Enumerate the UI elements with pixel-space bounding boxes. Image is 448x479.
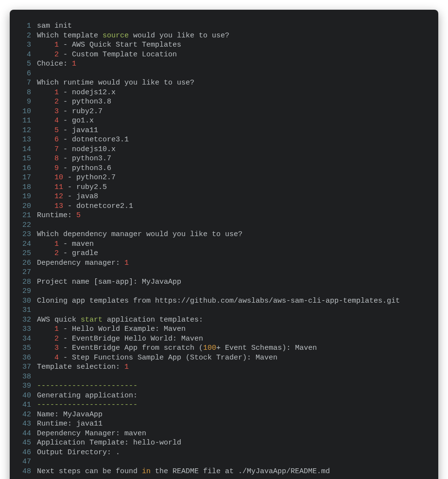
token: - python2.7 xyxy=(63,173,116,182)
terminal-line: 19 12 - java8 xyxy=(14,192,427,202)
line-number: 47 xyxy=(14,457,37,467)
terminal-line: 28Project name [sam-app]: MyJavaApp xyxy=(14,277,427,287)
line-text: 2 - Custom Template Location xyxy=(37,50,427,60)
token xyxy=(37,41,54,49)
terminal-line: 36 4 - Step Functions Sample App (Stock … xyxy=(14,353,427,363)
line-number: 38 xyxy=(14,372,37,382)
token: - ruby2.7 xyxy=(59,107,103,116)
line-number: 32 xyxy=(14,315,37,325)
line-number: 7 xyxy=(14,78,37,88)
token xyxy=(37,88,54,97)
terminal-line: 23Which dependency manager would you lik… xyxy=(14,230,427,240)
token xyxy=(37,354,54,362)
token: - java11 xyxy=(59,126,98,135)
token: 2 xyxy=(54,51,59,59)
token: sam init xyxy=(37,22,72,30)
token xyxy=(37,335,54,343)
token: - java8 xyxy=(63,192,98,201)
terminal-line: 40Generating application: xyxy=(14,391,427,401)
terminal-line: 26Dependency manager: 1 xyxy=(14,258,427,268)
line-text: 2 - EventBridge Hello World: Maven xyxy=(37,334,427,344)
token xyxy=(37,51,54,59)
token: - AWS Quick Start Templates xyxy=(59,41,181,49)
token: 2 xyxy=(54,335,59,343)
terminal-line: 11 4 - go1.x xyxy=(14,116,427,126)
token: Template selection: xyxy=(37,363,124,371)
token: 4 xyxy=(54,354,59,362)
token: 1 xyxy=(54,240,59,248)
token: 1 xyxy=(72,60,76,68)
token: Generating application: xyxy=(37,392,138,400)
line-number: 8 xyxy=(14,88,37,98)
line-number: 6 xyxy=(14,69,37,79)
terminal-line: 31 xyxy=(14,306,427,315)
terminal-line: 30Cloning app templates from https://git… xyxy=(14,296,427,306)
line-number: 27 xyxy=(14,268,37,277)
terminal-line: 38 xyxy=(14,372,427,382)
line-text: 11 - ruby2.5 xyxy=(37,183,427,192)
token: 10 xyxy=(54,173,63,182)
line-number: 17 xyxy=(14,173,37,183)
line-text: Which dependency manager would you like … xyxy=(37,230,427,240)
line-number: 30 xyxy=(14,296,37,306)
line-number: 37 xyxy=(14,362,37,372)
token: - nodejs12.x xyxy=(59,88,116,97)
line-text: 4 - go1.x xyxy=(37,116,427,126)
token: + Event Schemas): Maven xyxy=(216,344,317,352)
terminal-line: 9 2 - python3.8 xyxy=(14,97,427,107)
line-text xyxy=(37,69,427,79)
token: - ruby2.5 xyxy=(63,183,107,191)
token: Which template xyxy=(37,32,103,40)
terminal-line: 7Which runtime would you like to use? xyxy=(14,78,427,88)
token xyxy=(37,344,54,352)
token: 1 xyxy=(54,88,59,97)
token: 6 xyxy=(54,136,59,144)
token: ----------------------- xyxy=(37,382,138,390)
line-number: 42 xyxy=(14,410,37,420)
line-text: Generating application: xyxy=(37,391,427,401)
token: Next steps can be found xyxy=(37,467,142,476)
token: Choice: xyxy=(37,60,72,68)
line-number: 29 xyxy=(14,287,37,296)
token xyxy=(37,240,54,248)
line-text: Template selection: 1 xyxy=(37,362,427,372)
line-text xyxy=(37,306,427,315)
terminal-output: 1sam init2Which template source would yo… xyxy=(10,10,438,479)
line-number: 12 xyxy=(14,126,37,136)
terminal-line: 20 13 - dotnetcore2.1 xyxy=(14,202,427,211)
token: - EventBridge Hello World: Maven xyxy=(59,335,203,343)
line-text: sam init xyxy=(37,21,427,31)
line-text: Runtime: java11 xyxy=(37,419,427,429)
line-text: 1 - Hello World Example: Maven xyxy=(37,325,427,334)
token: Runtime: java11 xyxy=(37,420,103,428)
token: - nodejs10.x xyxy=(59,145,116,154)
line-text xyxy=(37,268,427,277)
terminal-line: 6 xyxy=(14,69,427,79)
line-number: 1 xyxy=(14,21,37,31)
line-text: 5 - java11 xyxy=(37,126,427,136)
terminal-line: 29 xyxy=(14,287,427,296)
terminal-line: 18 11 - ruby2.5 xyxy=(14,183,427,192)
token: - python3.7 xyxy=(59,154,111,163)
line-number: 33 xyxy=(14,325,37,334)
line-number: 31 xyxy=(14,306,37,315)
token: Cloning app templates from https://githu… xyxy=(37,297,400,305)
line-number: 39 xyxy=(14,381,37,391)
token: - Custom Template Location xyxy=(59,51,177,59)
line-number: 4 xyxy=(14,50,37,60)
terminal-line: 16 9 - python3.6 xyxy=(14,164,427,173)
token: - go1.x xyxy=(59,117,94,125)
line-number: 3 xyxy=(14,40,37,50)
token: - Hello World Example: Maven xyxy=(59,325,186,333)
line-number: 5 xyxy=(14,59,37,69)
token: would you like to use? xyxy=(129,32,229,40)
terminal-line: 12 5 - java11 xyxy=(14,126,427,136)
line-text: Next steps can be found in the README fi… xyxy=(37,467,427,477)
token: - Step Functions Sample App (Stock Trade… xyxy=(59,354,277,362)
line-text: Output Directory: . xyxy=(37,448,427,458)
terminal-line: 48Next steps can be found in the README … xyxy=(14,467,427,477)
token: 7 xyxy=(54,145,59,154)
terminal-line: 4 2 - Custom Template Location xyxy=(14,50,427,60)
terminal-line: 43Runtime: java11 xyxy=(14,419,427,429)
token xyxy=(37,173,54,182)
